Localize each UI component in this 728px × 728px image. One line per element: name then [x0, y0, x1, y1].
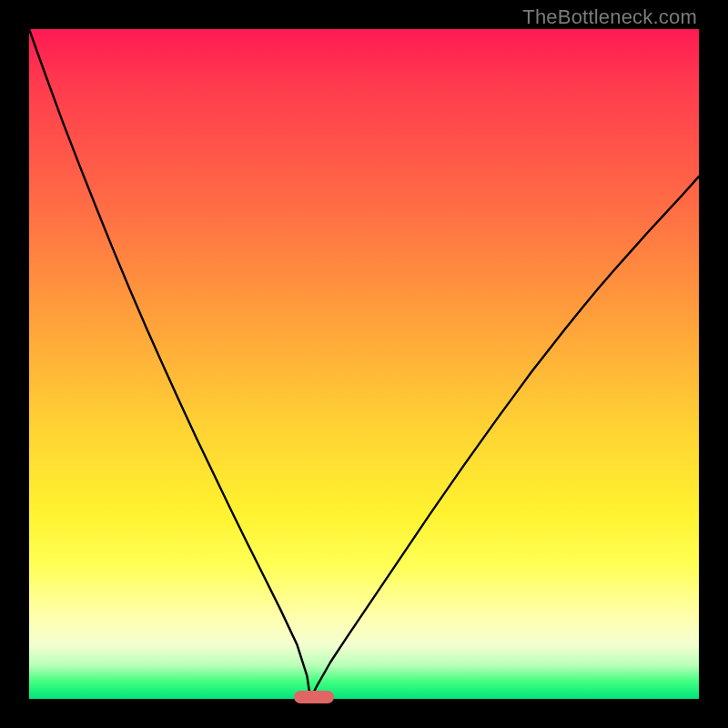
chart-plot-area — [29, 29, 699, 699]
bottleneck-curve — [29, 29, 699, 699]
watermark-label: TheBottleneck.com — [522, 5, 697, 29]
chart-outer-frame: TheBottleneck.com — [0, 0, 728, 728]
curve-path — [29, 29, 699, 699]
minimum-marker — [294, 691, 334, 703]
